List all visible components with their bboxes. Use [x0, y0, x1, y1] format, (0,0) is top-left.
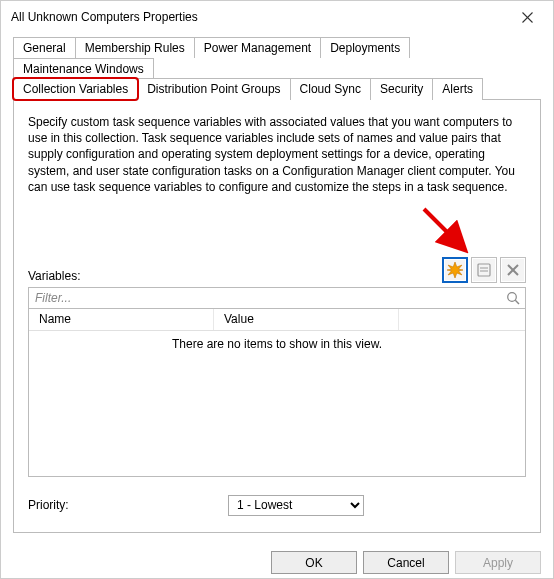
tab-strip: General Membership Rules Power Managemen…: [13, 37, 541, 100]
close-icon: [522, 12, 533, 23]
delete-x-icon: [505, 262, 521, 278]
tab-panel: Specify custom task sequence variables w…: [13, 99, 541, 533]
edit-variable-button[interactable]: [471, 257, 497, 283]
cancel-button[interactable]: Cancel: [363, 551, 449, 574]
list-header: Name Value: [29, 309, 525, 331]
column-spacer: [399, 309, 525, 330]
tab-cloud-sync[interactable]: Cloud Sync: [290, 78, 371, 100]
tab-general[interactable]: General: [13, 37, 76, 58]
column-value[interactable]: Value: [214, 309, 399, 330]
search-icon: [505, 290, 521, 306]
titlebar: All Unknown Computers Properties: [1, 1, 553, 33]
tab-distribution-point-groups[interactable]: Distribution Point Groups: [137, 78, 290, 100]
svg-marker-4: [447, 262, 463, 278]
variables-header-row: Variables:: [28, 257, 526, 283]
description-text: Specify custom task sequence variables w…: [28, 114, 526, 195]
new-variable-button[interactable]: [442, 257, 468, 283]
filter-box: [28, 287, 526, 309]
delete-variable-button[interactable]: [500, 257, 526, 283]
tab-security[interactable]: Security: [370, 78, 433, 100]
filter-input[interactable]: [33, 290, 521, 306]
client-area: General Membership Rules Power Managemen…: [1, 33, 553, 543]
svg-point-10: [508, 293, 517, 302]
tab-membership-rules[interactable]: Membership Rules: [75, 37, 195, 58]
column-name[interactable]: Name: [29, 309, 214, 330]
priority-row: Priority: 1 - Lowest: [28, 495, 526, 516]
window-title: All Unknown Computers Properties: [11, 10, 198, 24]
priority-select[interactable]: 1 - Lowest: [228, 495, 364, 516]
priority-label: Priority:: [28, 498, 228, 512]
variables-toolbar: [442, 257, 526, 283]
variables-list[interactable]: Name Value There are no items to show in…: [28, 309, 526, 477]
svg-line-11: [515, 300, 519, 304]
close-button[interactable]: [507, 3, 547, 31]
tab-deployments[interactable]: Deployments: [320, 37, 410, 58]
callout-arrow-icon: [418, 203, 474, 259]
variables-label: Variables:: [28, 269, 80, 283]
list-empty-text: There are no items to show in this view.: [29, 331, 525, 351]
apply-button: Apply: [455, 551, 541, 574]
svg-line-3: [424, 209, 460, 245]
tab-collection-variables[interactable]: Collection Variables: [13, 78, 138, 100]
tab-power-management[interactable]: Power Management: [194, 37, 321, 58]
tab-maintenance-windows[interactable]: Maintenance Windows: [13, 58, 154, 79]
dialog-buttons: OK Cancel Apply: [1, 543, 553, 578]
tab-alerts[interactable]: Alerts: [432, 78, 483, 100]
new-starburst-icon: [447, 262, 463, 278]
properties-dialog: All Unknown Computers Properties General…: [0, 0, 554, 579]
properties-icon: [476, 262, 492, 278]
ok-button[interactable]: OK: [271, 551, 357, 574]
svg-rect-5: [478, 264, 490, 276]
